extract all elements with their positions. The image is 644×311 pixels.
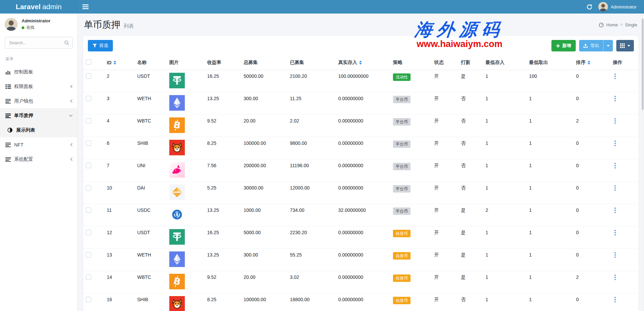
- column-header-打新: 打新: [458, 56, 483, 70]
- avatar: [5, 18, 18, 31]
- more-actions-icon: [614, 297, 616, 303]
- sidebar-item-用户钱包[interactable]: 用户钱包: [0, 94, 77, 108]
- breadcrumb-separator: >: [620, 22, 623, 27]
- cell-min-deposit: 2: [486, 207, 488, 213]
- sidebar-item-系统配置[interactable]: 系统配置: [0, 152, 77, 166]
- cell-name: USDC: [137, 207, 151, 213]
- sidebar-item-展示列表[interactable]: 展示列表: [0, 123, 77, 137]
- row-checkbox[interactable]: [86, 163, 91, 168]
- row-actions-button[interactable]: [613, 207, 617, 213]
- row-checkbox[interactable]: [86, 118, 91, 124]
- cell-status: 开: [434, 297, 439, 302]
- row-actions-button[interactable]: [613, 140, 617, 146]
- cell-min-withdraw: 1: [529, 140, 532, 146]
- coin-icon-uni: [169, 162, 185, 178]
- column-header-操作: 操作: [610, 56, 639, 70]
- sidebar-item-label: 单币质押: [14, 113, 69, 119]
- export-dropdown-button[interactable]: [603, 40, 613, 51]
- cell-min-deposit: 1: [486, 96, 488, 101]
- row-checkbox[interactable]: [86, 297, 91, 302]
- top-navbar: Laravel admin Administrator: [0, 0, 644, 14]
- scrollbar-thumb[interactable]: [642, 19, 644, 110]
- sidebar-item-控制面板[interactable]: 控制面板: [0, 65, 77, 79]
- cell-raised: 18800.00: [290, 297, 309, 302]
- sidebar-toggle-button[interactable]: [78, 0, 93, 14]
- cell-ipo: 否: [461, 297, 466, 302]
- more-actions-icon: [614, 252, 616, 258]
- strategy-badge: 平台币: [393, 185, 411, 193]
- more-actions-icon: [614, 73, 616, 79]
- row-actions-button[interactable]: [613, 163, 617, 169]
- scrollbar-track: [641, 14, 644, 311]
- coin-icon-usdt: [169, 229, 185, 245]
- online-status-label: 在线: [26, 25, 34, 30]
- row-checkbox[interactable]: [86, 96, 91, 101]
- column-header-ID[interactable]: ID: [104, 56, 134, 70]
- row-actions-button[interactable]: [613, 185, 617, 191]
- chevron-down-icon: [69, 114, 73, 117]
- cell-status: 开: [434, 118, 439, 124]
- cell-ipo: 是: [461, 274, 466, 280]
- select-all-checkbox[interactable]: [86, 59, 91, 65]
- cell-rate: 16.25: [207, 73, 219, 79]
- row-actions-button[interactable]: [613, 118, 617, 124]
- row-checkbox[interactable]: [86, 140, 91, 146]
- row-actions-button[interactable]: [613, 73, 617, 79]
- coin-icon-dai: [169, 184, 185, 200]
- column-header-收益率: 收益率: [204, 56, 241, 70]
- cell-total-raise: 300.00: [244, 252, 258, 258]
- cell-name: WBTC: [137, 118, 151, 124]
- table-row: 2USDT16.2550000.002100.20100.00000000流动性…: [83, 70, 639, 92]
- refresh-button[interactable]: [587, 4, 592, 10]
- row-checkbox[interactable]: [86, 274, 91, 280]
- cell-status: 开: [434, 274, 439, 280]
- cell-id: 12: [107, 230, 112, 235]
- breadcrumb-home[interactable]: Home: [606, 22, 618, 27]
- adjust-icon: [7, 128, 16, 133]
- sort-icon: [359, 61, 362, 65]
- cell-sort: 0: [576, 163, 579, 168]
- cell-ipo: 是: [461, 230, 466, 235]
- sidebar-item-NFT[interactable]: NFT: [0, 137, 77, 152]
- cell-min-withdraw: 100: [529, 73, 537, 79]
- row-checkbox[interactable]: [86, 73, 91, 79]
- more-actions-icon: [614, 185, 616, 191]
- table-row: 3WETH13.25300.0011.250.00000000平台币开否110: [83, 92, 639, 115]
- column-header-排序[interactable]: 排序: [573, 56, 610, 70]
- cell-sort: 0: [576, 252, 579, 258]
- cell-status: 开: [434, 140, 439, 146]
- sidebar-item-单币质押[interactable]: 单币质押: [0, 108, 77, 123]
- strategy-badge: 平台币: [393, 118, 411, 126]
- cell-min-withdraw: 1: [529, 252, 532, 258]
- row-actions-button[interactable]: [613, 96, 617, 102]
- row-checkbox[interactable]: [86, 185, 91, 191]
- user-menu[interactable]: Administrator: [598, 2, 637, 12]
- column-header-真实存入[interactable]: 真实存入: [336, 56, 390, 70]
- row-checkbox[interactable]: [86, 207, 91, 213]
- row-checkbox[interactable]: [86, 252, 91, 258]
- cell-rate: 9.52: [207, 274, 216, 280]
- columns-button[interactable]: [616, 40, 634, 51]
- cell-rate: 7.56: [207, 163, 216, 168]
- export-button[interactable]: 导出: [579, 40, 603, 51]
- search-icon[interactable]: [64, 40, 69, 47]
- row-actions-button[interactable]: [613, 230, 617, 236]
- sidebar-item-label: 系统配置: [14, 156, 70, 162]
- row-actions-button[interactable]: [613, 274, 617, 280]
- cell-name: UNI: [137, 163, 145, 168]
- row-actions-button[interactable]: [613, 297, 617, 303]
- cell-raised: 55.25: [290, 252, 302, 258]
- row-actions-button[interactable]: [613, 252, 617, 258]
- column-header-已募集: 已募集: [287, 56, 336, 70]
- app-logo[interactable]: Laravel admin: [0, 0, 78, 14]
- search-input[interactable]: [5, 37, 73, 49]
- strategy-badge: 平台币: [393, 163, 411, 170]
- hamburger-icon: [82, 4, 89, 9]
- row-checkbox[interactable]: [86, 230, 91, 235]
- cell-id: 4: [107, 118, 109, 124]
- column-header-label: 名称: [137, 60, 147, 66]
- filter-button[interactable]: 筛选: [88, 40, 113, 51]
- add-button[interactable]: 新增: [551, 40, 576, 51]
- sidebar-item-权限面板[interactable]: 权限面板: [0, 79, 77, 94]
- cell-rate: 13.25: [207, 252, 219, 258]
